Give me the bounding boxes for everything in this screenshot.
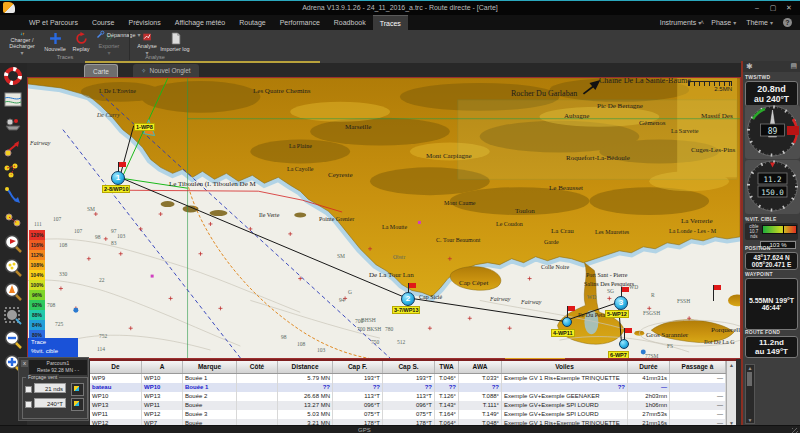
column-header-passage-[interactable]: Passage à [670, 361, 726, 373]
table-row[interactable]: WP9WP10Bouée 15.79 MN193°T193°TT.046°T.0… [90, 374, 736, 383]
zoom-cone-button[interactable] [2, 281, 24, 303]
table-row[interactable]: WP13WP11Bouée13.27 MN096°T096°TT.143°T.1… [90, 401, 736, 410]
map-tab-strip: Carte ✧Nouvel Onglet [0, 63, 741, 77]
compass-gauge[interactable]: 11.2 150.0 [745, 160, 800, 214]
ribbon-tab-roadbook[interactable]: Roadbook [327, 15, 373, 30]
table-cell: T.143° [435, 401, 459, 410]
column-header-twa[interactable]: TWA [435, 361, 459, 373]
wind-angle-gauge[interactable]: 89 [745, 105, 800, 159]
marker-label: 4-WP11 [551, 329, 575, 337]
zoom-marquee-button[interactable] [2, 305, 24, 327]
legend-band: 104% [29, 270, 45, 280]
ribbon-tab-performance[interactable]: Performance [273, 15, 327, 30]
waypoint-pair-button[interactable] [2, 209, 24, 231]
wind-speed-checkbox[interactable] [25, 386, 32, 393]
flag-icon [119, 162, 126, 167]
ribbon-tab-wp-et-parcours[interactable]: WP et Parcours [22, 15, 85, 30]
flag-icon [714, 285, 721, 290]
table-cell: ?? [333, 383, 383, 392]
charger-decharger-button[interactable]: Charger / Décharger [4, 32, 40, 56]
panel-menu-icon[interactable]: ▤ [790, 62, 797, 70]
scroll-up-icon[interactable]: ▲ [727, 362, 736, 368]
parcours-header[interactable]: Parcours1 Reste 92.28 MN - - [29, 360, 87, 375]
column-header-cap-s-[interactable]: Cap S. [383, 361, 435, 373]
menu-phase[interactable]: Phase [706, 15, 741, 30]
table-row[interactable]: bateauWP10Bouée 1????????????— [90, 383, 736, 392]
importer-log-button[interactable]: Importer log [160, 32, 190, 56]
tab-nouvel-onglet[interactable]: ✧Nouvel Onglet [133, 64, 199, 77]
close-button[interactable]: ✕ [782, 3, 796, 13]
table-cell: 2h03mn [628, 392, 670, 401]
analyse-button[interactable]: Analyse [134, 32, 160, 56]
table-cell: 26.68 MN [278, 392, 333, 401]
tws-twd-display[interactable]: 20.8nd au 240°T [745, 81, 798, 107]
table-cell: 113°T [383, 392, 435, 401]
wind-dir-checkbox[interactable] [25, 401, 32, 408]
zoom-waypoints-button[interactable] [2, 257, 24, 279]
maximize-button[interactable]: ▢ [766, 3, 780, 13]
wind-dir-picker-button[interactable] [71, 398, 84, 411]
menu-th-me[interactable]: Thème [741, 15, 778, 30]
table-cell [237, 383, 278, 392]
wind-speed-field[interactable]: 21 nds [34, 383, 66, 393]
gear-icon[interactable]: ✱ [746, 62, 753, 71]
flag-icon [622, 287, 629, 292]
table-cell: T.164° [435, 410, 459, 419]
table-cell: 075°T [333, 410, 383, 419]
position-display[interactable]: 43°17.624 N 005°20.471 E [745, 252, 798, 270]
wind-dir-field[interactable]: 240°T [34, 398, 66, 408]
table-scrollbar[interactable]: ▲ ▼ [726, 361, 736, 427]
column-header-cap-f-[interactable]: Cap F. [333, 361, 383, 373]
table-cell: WP10 [90, 392, 142, 401]
ribbon-tab-pr-visions[interactable]: Prévisions [121, 15, 167, 30]
table-row[interactable]: WP11WP12Bouée 35.03 MN075°T075°TT.164°T.… [90, 410, 736, 419]
column-header-distance[interactable]: Distance [278, 361, 333, 373]
table-cell: ?? [502, 383, 628, 392]
tab-carte[interactable]: Carte [84, 64, 118, 78]
chevron-down-icon [698, 15, 701, 30]
legend-band: 88% [29, 310, 45, 320]
column-header-a[interactable]: A [142, 361, 183, 373]
table-cell: ?? [383, 383, 435, 392]
column-header-voiles[interactable]: Voiles [502, 361, 628, 373]
column-header-dur-e[interactable]: Durée [628, 361, 670, 373]
vit-cible-display[interactable]: cible 10.7 nds [745, 223, 798, 240]
menu-instruments[interactable]: Instruments [655, 15, 707, 30]
route-arrow-button[interactable] [2, 185, 24, 207]
table-cell: 193°T [383, 374, 435, 383]
table-cell: WP10 [142, 374, 183, 383]
ribbon-tab-routage[interactable]: Routage [232, 15, 272, 30]
table-row[interactable]: WP10WP13Bouée 226.68 MN113°T113°TT.126°T… [90, 392, 736, 401]
ribbon-tab-traces[interactable]: Traces [373, 15, 408, 30]
table-cell: Exemple GV+Exemple SPI LOURD [502, 410, 628, 419]
ribbon-tab-affichage-m-t-o[interactable]: Affichage météo [168, 15, 232, 30]
column-header-c-t-[interactable]: Côté [237, 361, 278, 373]
menu-label: Phase [711, 15, 731, 30]
help-icon[interactable]: ? [783, 18, 792, 27]
wind-speed-picker-button[interactable] [71, 383, 84, 396]
panel-scrollbar[interactable]: ▲ ▼ [745, 364, 755, 424]
resize-grip[interactable] [792, 428, 798, 433]
table-cell: WP13 [142, 392, 183, 401]
column-header-awa[interactable]: AWA [459, 361, 502, 373]
zoom-out-button[interactable] [2, 329, 24, 351]
close-icon[interactable]: x [21, 360, 28, 367]
chart-viewport[interactable]: Chaîne De L'EstaqueLes Quatre CheminsRoc… [27, 77, 741, 359]
replay-button[interactable]: Replay [68, 32, 94, 56]
ribbon-group-analyse: Analyse [125, 54, 185, 60]
ribbon-tab-course[interactable]: Course [85, 15, 122, 30]
nouvelle-button[interactable]: Nouvelle [42, 32, 68, 56]
boat-engine-button[interactable] [2, 113, 24, 135]
route-fond-display[interactable]: 11.2nd au 149°T [745, 336, 798, 358]
lifebuoy-button[interactable] [2, 65, 24, 87]
column-header-de[interactable]: De [90, 361, 142, 373]
zoom-flag-button[interactable] [2, 233, 24, 255]
waypoint-arrow-button[interactable] [2, 137, 24, 159]
table-cell: Bouée 1 [183, 383, 237, 392]
waypoints-button[interactable] [2, 161, 24, 183]
waypoint-display[interactable]: 5.55MN 199°T 46:44' [745, 278, 798, 330]
minimize-button[interactable]: – [750, 3, 764, 13]
column-header-marque[interactable]: Marque [183, 361, 237, 373]
table-cell: T.149° [459, 410, 502, 419]
chart-button[interactable] [2, 89, 24, 111]
